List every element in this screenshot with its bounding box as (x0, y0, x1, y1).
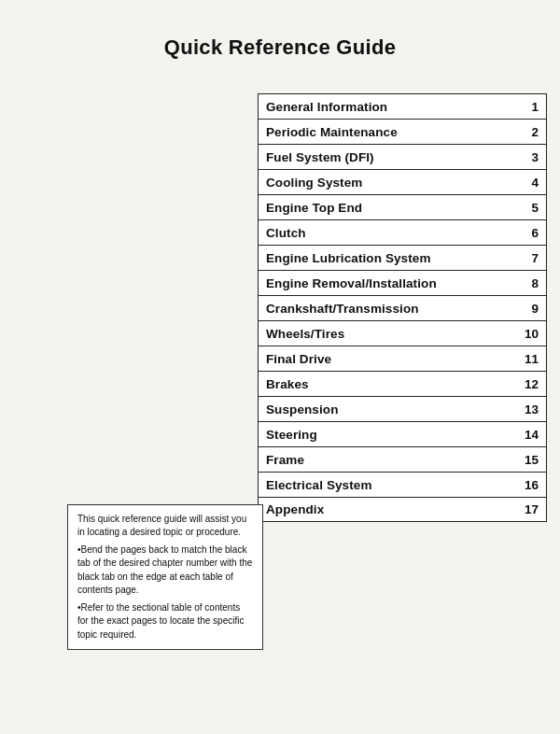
toc-row[interactable]: General Information1 (258, 93, 547, 119)
toc-row[interactable]: Steering14 (258, 421, 547, 446)
toc-row[interactable]: Final Drive11 (258, 346, 547, 371)
toc-item-label: Suspension (266, 402, 518, 416)
toc-row[interactable]: Electrical System16 (258, 472, 547, 497)
toc-item-label: Brakes (266, 377, 518, 391)
toc-item-number: 9 (518, 302, 539, 316)
toc-item-number: 13 (518, 402, 539, 416)
toc-item-label: Engine Top End (266, 201, 518, 215)
toc-item-number: 12 (518, 377, 539, 391)
page-container: Quick Reference Guide General Informatio… (0, 0, 560, 734)
toc-row[interactable]: Wheels/Tires10 (258, 320, 547, 346)
toc-item-label: Clutch (266, 226, 518, 240)
toc-item-number: 3 (518, 150, 539, 164)
toc-row[interactable]: Engine Lubrication System7 (258, 245, 547, 270)
toc-item-label: Appendix (266, 502, 518, 516)
toc-row[interactable]: Appendix17 (258, 497, 547, 522)
toc-item-label: Periodic Maintenance (266, 125, 518, 139)
toc-item-label: Engine Removal/Installation (266, 276, 518, 290)
toc-item-number: 14 (518, 428, 539, 442)
toc-row[interactable]: Frame15 (258, 446, 547, 472)
toc-item-number: 6 (518, 226, 539, 240)
toc-item-label: Crankshaft/Transmission (266, 302, 518, 316)
toc-row[interactable]: Engine Top End5 (258, 194, 547, 219)
toc-item-number: 16 (518, 478, 539, 492)
note-line: This quick reference guide will assist y… (77, 513, 253, 540)
toc-row[interactable]: Brakes12 (258, 371, 547, 396)
toc-row[interactable]: Crankshaft/Transmission9 (258, 295, 547, 320)
toc-item-label: Frame (266, 453, 518, 467)
toc-item-number: 7 (518, 251, 539, 265)
toc-item-label: Steering (266, 428, 518, 442)
toc-item-number: 2 (518, 125, 539, 139)
toc-row[interactable]: Engine Removal/Installation8 (258, 270, 547, 295)
toc-item-label: Engine Lubrication System (266, 251, 518, 265)
page-title: Quick Reference Guide (0, 0, 560, 77)
toc-item-label: General Information (266, 100, 518, 114)
toc-item-number: 1 (518, 100, 539, 114)
toc-row[interactable]: Suspension13 (258, 396, 547, 421)
note-line: •Refer to the sectional table of content… (77, 601, 253, 642)
toc-item-number: 8 (518, 276, 539, 290)
toc-item-label: Electrical System (266, 478, 518, 492)
toc-item-label: Cooling System (266, 176, 518, 190)
toc-row[interactable]: Periodic Maintenance2 (258, 119, 547, 144)
note-box: This quick reference guide will assist y… (67, 504, 263, 651)
toc-item-label: Wheels/Tires (266, 327, 518, 341)
toc-item-number: 11 (518, 352, 539, 366)
toc-row[interactable]: Clutch6 (258, 219, 547, 245)
toc-item-number: 10 (518, 327, 539, 341)
toc-item-label: Fuel System (DFI) (266, 150, 518, 164)
note-line: •Bend the pages back to match the black … (77, 543, 253, 598)
toc-item-number: 15 (518, 453, 539, 467)
toc-item-number: 4 (518, 176, 539, 190)
toc-row[interactable]: Fuel System (DFI)3 (258, 144, 547, 169)
toc-item-number: 17 (518, 502, 539, 516)
toc-row[interactable]: Cooling System4 (258, 169, 547, 194)
toc-item-number: 5 (518, 201, 539, 215)
toc-item-label: Final Drive (266, 352, 518, 366)
toc-container: General Information1Periodic Maintenance… (258, 93, 547, 522)
